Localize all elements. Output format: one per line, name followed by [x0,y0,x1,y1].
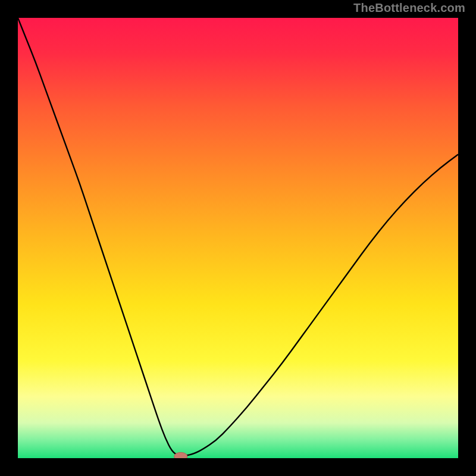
watermark-text: TheBottleneck.com [353,1,465,15]
plot-background [18,18,458,458]
chart-frame: TheBottleneck.com [0,0,476,476]
bottleneck-chart [0,0,476,476]
